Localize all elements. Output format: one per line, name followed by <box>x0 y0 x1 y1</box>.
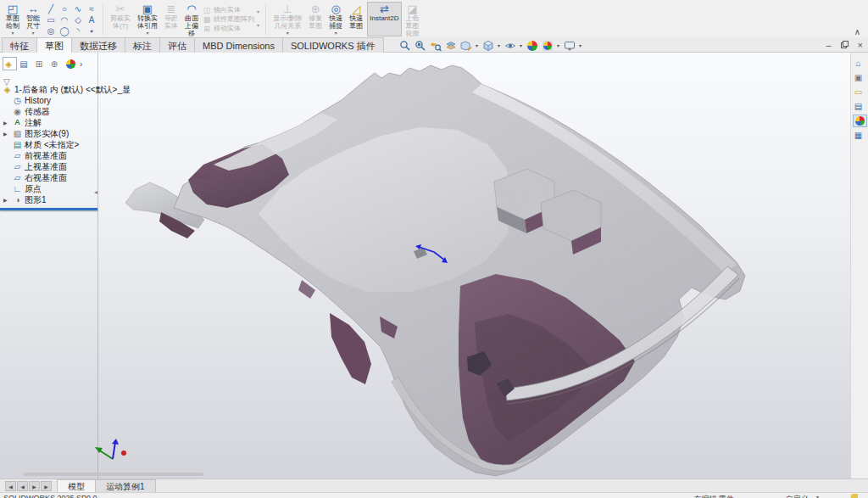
custom-properties-button[interactable]: ▦ <box>853 129 867 142</box>
tree-item-top-plane[interactable]: ▱ 上视基准面 <box>0 161 97 172</box>
sketch-button[interactable]: ◰ 草图 绘制 ▾ <box>3 2 22 36</box>
smart-dimension-button[interactable]: ↔ 智能 尺寸 ▾ <box>24 2 42 36</box>
tab-annotation[interactable]: 标注 <box>125 37 160 53</box>
tree-item-history[interactable]: ◷ History <box>0 95 97 106</box>
tree-item-front-plane[interactable]: ▱ 前视基准面 <box>0 150 97 161</box>
feature-tree: ◈ 1-后备箱 内 (默认) <<默认>_显 ◷ History ◉ 传感器 ▶… <box>0 84 97 210</box>
tab-overflow-icon[interactable]: › <box>80 59 82 69</box>
tab-mbd-dimensions[interactable]: MBD Dimensions <box>194 37 283 53</box>
sketch-fillet-tool[interactable]: ◝ <box>71 25 85 36</box>
tree-item-graphic1[interactable]: ▶ ◑ 图形1 <box>0 194 97 205</box>
motion-study-tab[interactable]: 运动算例1 <box>95 479 156 492</box>
view-orientation-icon[interactable] <box>481 40 494 52</box>
offset-on-surface-button[interactable]: ◠ 曲面 上偏 移 <box>182 2 201 36</box>
display-delete-relations-button[interactable]: ⊥ 显示/删除 几何关系 ▾ <box>270 2 304 36</box>
first-tab-button[interactable]: ◀ <box>5 481 16 491</box>
hide-show-items-icon[interactable] <box>504 40 516 52</box>
design-library-button[interactable]: ▣ <box>853 71 867 84</box>
tab-data-migration[interactable]: 数据迁移 <box>71 37 125 53</box>
point-tool[interactable]: ▪ <box>85 25 98 36</box>
tree-item-graphic-bodies[interactable]: ▶ ▧ 图形实体(9) <box>0 128 97 139</box>
spline-tool[interactable]: ∿ <box>71 3 85 14</box>
dimxpert-manager-tab[interactable]: ⊕ <box>48 57 63 70</box>
tree-item-material[interactable]: ▤ 材质 <未指定> <box>0 139 97 150</box>
scanned-mesh-model[interactable] <box>0 53 868 478</box>
zoom-to-fit-icon[interactable] <box>398 40 411 52</box>
chevron-down-icon[interactable]: ▾ <box>498 42 500 48</box>
slot-tool[interactable]: ◎ <box>44 25 58 36</box>
chevron-down-icon[interactable]: ▾ <box>476 42 478 48</box>
file-explorer-button[interactable]: ▭ <box>853 86 867 98</box>
move-entities-button[interactable]: ⊞ 移动实体 <box>203 24 254 33</box>
minimize-icon[interactable]: – <box>826 42 831 48</box>
tab-features[interactable]: 特征 <box>2 37 37 53</box>
tree-item-annotations[interactable]: ▶ A 注解 <box>0 117 97 128</box>
repair-sketch-button[interactable]: ⊕ 修复 草图 <box>306 2 325 36</box>
sensor-icon: ◉ <box>13 107 22 116</box>
arc-tool[interactable]: ◠ <box>58 14 71 25</box>
property-manager-tab[interactable]: ▤ <box>18 57 32 70</box>
tab-sketch[interactable]: 草图 <box>36 37 72 53</box>
equation-curve-tool[interactable]: ≈ <box>85 3 98 14</box>
linear-sketch-pattern-button[interactable]: ▦ 线性草图阵列 <box>203 14 254 24</box>
next-tab-button[interactable]: ▶ <box>29 481 40 491</box>
line-tool[interactable]: ╱ <box>44 3 58 14</box>
polygon-tool[interactable]: ◯ <box>58 25 71 36</box>
restore-icon[interactable] <box>841 41 849 48</box>
close-icon[interactable]: × <box>858 40 863 50</box>
chevron-down-icon[interactable]: ▾ <box>520 42 522 48</box>
previous-view-icon[interactable] <box>429 40 442 52</box>
view-settings-icon[interactable] <box>563 40 576 52</box>
expander-icon[interactable]: ▶ <box>3 131 8 137</box>
apply-scene-icon[interactable] <box>541 40 554 52</box>
offset-entities-button[interactable]: ≣ 等距 实体 <box>162 2 181 36</box>
display-manager-tab[interactable] <box>64 57 78 70</box>
feature-manager-tab-strip: ◈ ▤ ⊞ ⊕ › <box>0 53 97 72</box>
tree-item-origin[interactable]: ∟ 原点 <box>0 183 97 194</box>
shaded-sketch-contours-button[interactable]: ◪ 上色 草图 轮廓 <box>403 2 422 36</box>
trim-entities-button[interactable]: ✂ 剪裁实 体(T) <box>108 2 133 36</box>
configuration-manager-icon: ⊞ <box>35 59 44 69</box>
previous-tab-button[interactable]: ◀ <box>17 481 28 491</box>
ellipse-tool[interactable]: ◇ <box>71 14 85 25</box>
convert-entities-button[interactable]: ▣ 转换实 体引用 ▾ <box>135 2 160 36</box>
instant2d-button[interactable]: ⇄ Instant2D <box>367 2 401 36</box>
chevron-down-icon[interactable]: ▾ <box>257 22 259 28</box>
rectangle-tool[interactable]: ▭ <box>44 14 58 25</box>
rapid-sketch-button[interactable]: ◿ 快速 草图 <box>347 2 365 36</box>
tab-solidworks-addins[interactable]: SOLIDWORKS 插件 <box>282 37 384 53</box>
text-tool[interactable]: A <box>85 14 98 25</box>
tag-icon[interactable] <box>850 494 858 498</box>
tree-root-part[interactable]: ◈ 1-后备箱 内 (默认) <<默认>_显 <box>0 84 97 95</box>
quick-snaps-button[interactable]: ◎ 快速 捕捉 ▾ <box>326 2 345 36</box>
feature-tree-tab[interactable]: ◈ <box>3 57 17 70</box>
tab-evaluate[interactable]: 评估 <box>159 37 195 53</box>
edit-appearance-icon[interactable] <box>526 40 538 52</box>
section-view-icon[interactable] <box>444 40 457 52</box>
last-tab-button[interactable]: ▶ <box>41 481 52 491</box>
tree-item-sensors[interactable]: ◉ 传感器 <box>0 106 97 117</box>
panel-collapse-icon[interactable]: ◂ <box>94 188 97 196</box>
mirror-entities-button[interactable]: ◫ 镜向实体 <box>203 5 254 14</box>
resources-home-button[interactable]: ⌂ <box>853 57 867 70</box>
expander-icon[interactable]: ▶ <box>3 120 8 126</box>
expander-icon[interactable]: ▶ <box>3 197 8 203</box>
circle-tool[interactable]: ○ <box>58 3 71 14</box>
zoom-to-area-icon[interactable] <box>414 40 426 52</box>
unit-system-text[interactable]: 自定义 <box>786 494 809 498</box>
ribbon-collapse-button[interactable]: ∧ <box>854 27 860 36</box>
3d-drawing-view-icon[interactable] <box>459 40 472 52</box>
chevron-down-icon[interactable]: ▾ <box>816 494 819 498</box>
horizontal-scrollbar-thumb[interactable] <box>24 473 203 476</box>
configuration-manager-tab[interactable]: ⊞ <box>33 57 47 70</box>
rollback-bar[interactable] <box>0 208 97 210</box>
tree-item-right-plane[interactable]: ▱ 右视基准面 <box>0 172 97 183</box>
chevron-down-icon[interactable]: ▾ <box>257 8 259 14</box>
model-tab[interactable]: 模型 <box>57 479 96 492</box>
graphics-viewport[interactable]: ◈ ▤ ⊞ ⊕ › ▽ ◈ 1-后备箱 内 (默认) <<默认>_显 ◷ His… <box>0 53 868 478</box>
chevron-down-icon[interactable]: ▾ <box>579 42 581 48</box>
chevron-down-icon[interactable]: ▾ <box>557 42 559 48</box>
view-palette-button[interactable]: ▤ <box>853 100 867 113</box>
appearances-scenes-button[interactable] <box>853 115 867 127</box>
tree-filter-icon[interactable]: ▽ <box>3 73 97 82</box>
